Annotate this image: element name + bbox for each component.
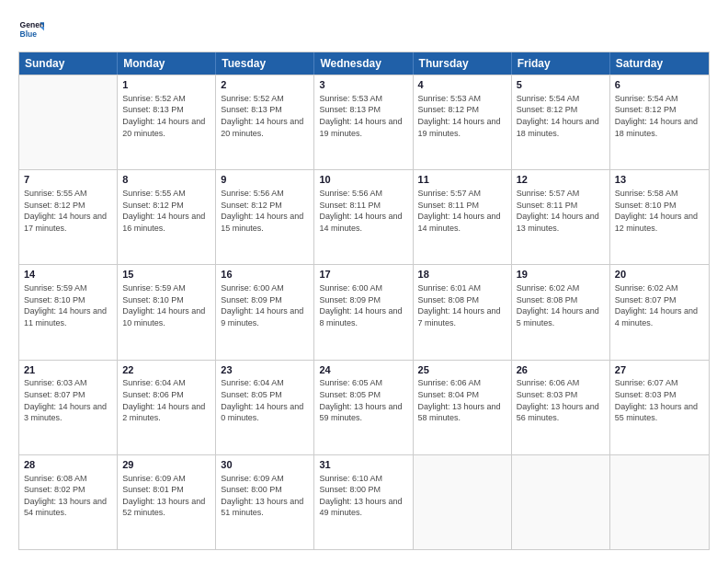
calendar-cell: 18Sunrise: 6:01 AMSunset: 8:08 PMDayligh… [414, 265, 512, 359]
calendar-cell: 20Sunrise: 6:02 AMSunset: 8:07 PMDayligh… [610, 265, 709, 359]
day-number: 30 [221, 458, 309, 472]
day-number: 31 [319, 458, 407, 472]
day-number: 3 [319, 78, 407, 92]
weekday-header: Sunday [19, 52, 118, 75]
day-info: Sunrise: 5:58 AMSunset: 8:10 PMDaylight:… [615, 188, 704, 234]
day-number: 23 [221, 363, 309, 377]
day-info: Sunrise: 6:08 AMSunset: 8:02 PMDaylight:… [24, 473, 112, 519]
day-number: 21 [24, 363, 112, 377]
day-number: 9 [221, 173, 309, 187]
calendar-cell: 29Sunrise: 6:09 AMSunset: 8:01 PMDayligh… [118, 455, 216, 549]
calendar-cell: 1Sunrise: 5:52 AMSunset: 8:13 PMDaylight… [118, 75, 216, 169]
weekday-header: Thursday [414, 52, 512, 75]
day-number: 10 [319, 173, 407, 187]
day-number: 28 [24, 458, 112, 472]
day-info: Sunrise: 6:02 AMSunset: 8:08 PMDaylight:… [517, 282, 605, 328]
calendar-cell: 8Sunrise: 5:55 AMSunset: 8:12 PMDaylight… [118, 170, 216, 264]
day-number: 15 [122, 268, 210, 282]
calendar-cell: 27Sunrise: 6:07 AMSunset: 8:03 PMDayligh… [610, 361, 709, 454]
day-info: Sunrise: 6:03 AMSunset: 8:07 PMDaylight:… [24, 377, 112, 423]
calendar-cell: 22Sunrise: 6:04 AMSunset: 8:06 PMDayligh… [118, 361, 216, 454]
svg-text:Blue: Blue [20, 29, 38, 39]
day-number: 13 [615, 173, 704, 187]
calendar-header: SundayMondayTuesdayWednesdayThursdayFrid… [19, 52, 709, 75]
day-info: Sunrise: 6:10 AMSunset: 8:00 PMDaylight:… [319, 473, 407, 519]
day-number: 17 [319, 268, 407, 282]
day-info: Sunrise: 6:05 AMSunset: 8:05 PMDaylight:… [319, 377, 407, 423]
weekday-header: Saturday [610, 52, 709, 75]
day-info: Sunrise: 6:01 AMSunset: 8:08 PMDaylight:… [418, 282, 506, 328]
calendar-cell: 15Sunrise: 5:59 AMSunset: 8:10 PMDayligh… [118, 265, 216, 359]
day-info: Sunrise: 5:56 AMSunset: 8:12 PMDaylight:… [221, 188, 309, 234]
day-info: Sunrise: 5:56 AMSunset: 8:11 PMDaylight:… [319, 188, 407, 234]
day-info: Sunrise: 5:59 AMSunset: 8:10 PMDaylight:… [122, 282, 210, 328]
day-info: Sunrise: 5:55 AMSunset: 8:12 PMDaylight:… [24, 188, 112, 234]
calendar-cell: 31Sunrise: 6:10 AMSunset: 8:00 PMDayligh… [314, 455, 413, 549]
calendar-cell [610, 455, 709, 549]
day-number: 24 [319, 363, 407, 377]
calendar-cell: 25Sunrise: 6:06 AMSunset: 8:04 PMDayligh… [414, 361, 512, 454]
day-info: Sunrise: 5:54 AMSunset: 8:12 PMDaylight:… [517, 93, 605, 139]
logo: General Blue [18, 17, 44, 42]
calendar-cell: 3Sunrise: 5:53 AMSunset: 8:13 PMDaylight… [314, 75, 413, 169]
day-info: Sunrise: 5:53 AMSunset: 8:12 PMDaylight:… [418, 93, 506, 139]
calendar-cell: 16Sunrise: 6:00 AMSunset: 8:09 PMDayligh… [216, 265, 314, 359]
day-number: 14 [24, 268, 112, 282]
day-info: Sunrise: 5:52 AMSunset: 8:13 PMDaylight:… [122, 93, 210, 139]
calendar-cell: 11Sunrise: 5:57 AMSunset: 8:11 PMDayligh… [414, 170, 512, 264]
day-number: 7 [24, 173, 112, 187]
day-info: Sunrise: 6:04 AMSunset: 8:06 PMDaylight:… [122, 377, 210, 423]
calendar: SundayMondayTuesdayWednesdayThursdayFrid… [18, 52, 710, 550]
day-number: 27 [615, 363, 704, 377]
day-number: 11 [418, 173, 506, 187]
day-number: 20 [615, 268, 704, 282]
calendar-cell: 13Sunrise: 5:58 AMSunset: 8:10 PMDayligh… [610, 170, 709, 264]
calendar-cell: 30Sunrise: 6:09 AMSunset: 8:00 PMDayligh… [216, 455, 314, 549]
day-number: 22 [122, 363, 210, 377]
day-number: 6 [615, 78, 704, 92]
calendar-cell: 17Sunrise: 6:00 AMSunset: 8:09 PMDayligh… [314, 265, 413, 359]
logo-icon: General Blue [18, 17, 44, 42]
day-number: 29 [122, 458, 210, 472]
day-info: Sunrise: 5:52 AMSunset: 8:13 PMDaylight:… [221, 93, 309, 139]
calendar-row: 1Sunrise: 5:52 AMSunset: 8:13 PMDaylight… [19, 75, 709, 169]
weekday-header: Tuesday [216, 52, 314, 75]
day-number: 2 [221, 78, 309, 92]
calendar-cell: 23Sunrise: 6:04 AMSunset: 8:05 PMDayligh… [216, 361, 314, 454]
day-info: Sunrise: 5:54 AMSunset: 8:12 PMDaylight:… [615, 93, 704, 139]
calendar-cell: 7Sunrise: 5:55 AMSunset: 8:12 PMDaylight… [19, 170, 118, 264]
header: General Blue [18, 17, 710, 42]
day-info: Sunrise: 6:04 AMSunset: 8:05 PMDaylight:… [221, 377, 309, 423]
day-info: Sunrise: 5:59 AMSunset: 8:10 PMDaylight:… [24, 282, 112, 328]
day-number: 12 [517, 173, 605, 187]
day-number: 4 [418, 78, 506, 92]
day-number: 16 [221, 268, 309, 282]
day-number: 8 [122, 173, 210, 187]
calendar-cell: 6Sunrise: 5:54 AMSunset: 8:12 PMDaylight… [610, 75, 709, 169]
day-info: Sunrise: 6:06 AMSunset: 8:03 PMDaylight:… [517, 377, 605, 423]
calendar-cell: 26Sunrise: 6:06 AMSunset: 8:03 PMDayligh… [512, 361, 610, 454]
calendar-row: 14Sunrise: 5:59 AMSunset: 8:10 PMDayligh… [19, 264, 709, 359]
day-info: Sunrise: 6:00 AMSunset: 8:09 PMDaylight:… [221, 282, 309, 328]
day-info: Sunrise: 6:00 AMSunset: 8:09 PMDaylight:… [319, 282, 407, 328]
page: General Blue SundayMondayTuesdayWednesda… [0, 0, 728, 563]
calendar-row: 21Sunrise: 6:03 AMSunset: 8:07 PMDayligh… [19, 360, 709, 454]
day-number: 25 [418, 363, 506, 377]
day-info: Sunrise: 6:09 AMSunset: 8:00 PMDaylight:… [221, 473, 309, 519]
calendar-cell: 4Sunrise: 5:53 AMSunset: 8:12 PMDaylight… [414, 75, 512, 169]
calendar-cell: 5Sunrise: 5:54 AMSunset: 8:12 PMDaylight… [512, 75, 610, 169]
calendar-cell [19, 75, 118, 169]
day-number: 1 [122, 78, 210, 92]
day-info: Sunrise: 6:07 AMSunset: 8:03 PMDaylight:… [615, 377, 704, 423]
calendar-cell: 14Sunrise: 5:59 AMSunset: 8:10 PMDayligh… [19, 265, 118, 359]
day-info: Sunrise: 6:02 AMSunset: 8:07 PMDaylight:… [615, 282, 704, 328]
calendar-body: 1Sunrise: 5:52 AMSunset: 8:13 PMDaylight… [19, 75, 709, 549]
calendar-cell: 10Sunrise: 5:56 AMSunset: 8:11 PMDayligh… [314, 170, 413, 264]
day-number: 19 [517, 268, 605, 282]
calendar-cell [512, 455, 610, 549]
day-number: 5 [517, 78, 605, 92]
day-info: Sunrise: 5:53 AMSunset: 8:13 PMDaylight:… [319, 93, 407, 139]
weekday-header: Wednesday [314, 52, 413, 75]
calendar-cell: 2Sunrise: 5:52 AMSunset: 8:13 PMDaylight… [216, 75, 314, 169]
calendar-row: 28Sunrise: 6:08 AMSunset: 8:02 PMDayligh… [19, 454, 709, 549]
